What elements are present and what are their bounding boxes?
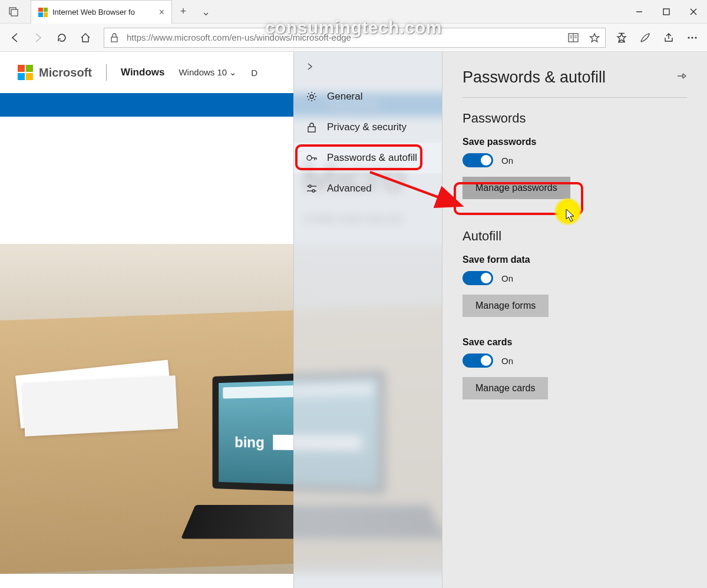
site-nav-devices[interactable]: D — [251, 68, 257, 78]
save-form-toggle[interactable] — [462, 271, 493, 285]
chevron-down-icon: ⌄ — [229, 67, 237, 77]
section-passwords: Passwords — [462, 111, 687, 126]
tab-dropdown-button[interactable]: ⌄ — [194, 0, 217, 23]
favorites-hub-button[interactable] — [610, 27, 633, 49]
site-section-windows[interactable]: Windows — [121, 67, 164, 78]
svg-point-15 — [688, 37, 689, 38]
svg-rect-3 — [663, 9, 669, 15]
save-cards-label: Save cards — [462, 337, 687, 348]
url-text: https://www.microsoft.com/en-us/windows/… — [124, 32, 563, 42]
key-icon — [306, 153, 318, 163]
pin-button[interactable] — [676, 71, 687, 84]
nav-forward-button[interactable] — [27, 27, 49, 49]
settings-nav-privacy[interactable]: Privacy & security — [294, 112, 442, 143]
manage-forms-button[interactable]: Manage forms — [462, 295, 549, 317]
svg-rect-19 — [308, 127, 315, 132]
save-passwords-label: Save passwords — [462, 137, 687, 147]
manage-cards-button[interactable]: Manage cards — [462, 377, 548, 399]
tab-title: Internet Web Browser fo — [52, 8, 154, 16]
share-button[interactable] — [658, 27, 680, 49]
microsoft-logo[interactable]: Microsoft — [18, 65, 92, 80]
manage-passwords-button[interactable]: Manage passwords — [462, 177, 570, 199]
gear-icon — [306, 91, 318, 102]
nav-refresh-button[interactable] — [51, 27, 73, 49]
save-cards-toggle[interactable] — [462, 354, 493, 368]
svg-rect-1 — [11, 9, 18, 16]
save-passwords-toggle[interactable] — [462, 153, 493, 167]
settings-nav-advanced[interactable]: Advanced — [294, 173, 442, 204]
lock-icon — [104, 33, 124, 42]
svg-point-27 — [312, 190, 315, 192]
titlebar: Internet Web Browser fo × + ⌄ — [0, 0, 707, 24]
nav-home-button[interactable] — [74, 27, 97, 49]
toggle-state: On — [501, 356, 513, 366]
svg-point-18 — [310, 95, 313, 98]
nav-back-button[interactable] — [4, 27, 26, 49]
notes-button[interactable] — [634, 27, 656, 49]
settings-nav-general[interactable]: General — [294, 81, 442, 112]
section-autofill: Autofill — [462, 229, 687, 244]
svg-point-17 — [695, 37, 696, 38]
microsoft-logo-icon — [18, 65, 33, 80]
url-bar[interactable]: https://www.microsoft.com/en-us/windows/… — [104, 28, 606, 48]
window-maximize-button[interactable] — [653, 0, 680, 23]
settings-panel: Passwords & autofill Passwords Save pass… — [442, 52, 707, 588]
tab-close-button[interactable]: × — [159, 7, 164, 18]
page-content: Microsoft Windows Windows 10 ⌄ D Shop Wi… — [0, 52, 707, 588]
new-tab-button[interactable]: + — [172, 0, 194, 23]
toggle-state: On — [501, 156, 513, 166]
settings-sidebar: General Privacy & security Passwords & a… — [293, 52, 442, 588]
svg-rect-6 — [111, 37, 117, 42]
settings-nav-label: Privacy & security — [327, 121, 407, 133]
save-form-label: Save form data — [462, 255, 687, 265]
browser-tab[interactable]: Internet Web Browser fo × — [31, 0, 172, 24]
settings-back-button[interactable] — [294, 52, 442, 81]
bing-logo: bing — [234, 434, 265, 451]
navbar: https://www.microsoft.com/en-us/windows/… — [0, 24, 707, 52]
lock-icon — [306, 122, 318, 133]
reading-view-button[interactable] — [563, 33, 584, 42]
svg-point-25 — [309, 185, 311, 187]
settings-nav-label: Passwords & autofill — [327, 152, 417, 164]
more-button[interactable] — [681, 27, 703, 49]
tab-actions-button[interactable] — [0, 0, 27, 23]
window-minimize-button[interactable] — [626, 0, 653, 23]
window-close-button[interactable] — [680, 0, 707, 23]
toggle-state: On — [501, 273, 513, 283]
settings-nav-label: General — [327, 91, 362, 103]
settings-nav-passwords[interactable]: Passwords & autofill — [294, 143, 442, 173]
svg-point-16 — [691, 37, 693, 38]
microsoft-wordmark: Microsoft — [39, 66, 92, 80]
site-nav-windows10[interactable]: Windows 10 ⌄ — [179, 67, 237, 78]
svg-point-20 — [307, 156, 312, 160]
divider — [106, 64, 107, 81]
settings-panel-title: Passwords & autofill — [462, 68, 687, 87]
edge-favicon-icon — [38, 8, 48, 17]
sliders-icon — [306, 184, 318, 193]
settings-nav-label: Advanced — [327, 183, 372, 194]
favorite-button[interactable] — [584, 32, 605, 43]
